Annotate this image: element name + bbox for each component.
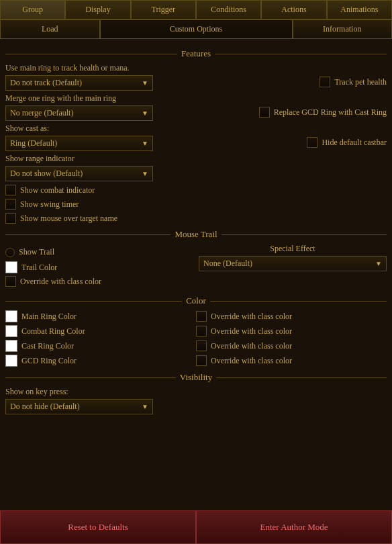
main-ring-color-right: Override with class color: [196, 311, 387, 322]
cast-ring-color-swatch[interactable]: [5, 340, 17, 352]
show-key-label: Show on key press:: [5, 387, 387, 397]
visibility-section: Show on key press: Do not hide (Default)…: [5, 387, 387, 414]
bottom-bar: Reset to Defaults Enter Author Mode: [0, 510, 392, 544]
show-range-dropdown[interactable]: Do not show (Default) ▼: [5, 166, 153, 181]
trail-right: Special Effect None (Default) ▼: [199, 244, 387, 271]
main-ring-override-label: Override with class color: [211, 312, 292, 322]
special-effect-dropdown-arrow: ▼: [375, 260, 382, 267]
show-mouse-checkbox[interactable]: [5, 213, 16, 224]
top-tab-bar: Group Display Trigger Conditions Actions…: [0, 0, 392, 19]
tab-group[interactable]: Group: [0, 0, 65, 19]
main-ring-color-row: Main Ring Color Override with class colo…: [5, 310, 387, 322]
trail-color-left: Trail Color: [5, 261, 193, 273]
tab-custom[interactable]: Custom Options: [100, 19, 293, 38]
combat-ring-color-label: Combat Ring Color: [21, 326, 85, 336]
trail-color-row: Trail Color: [5, 261, 193, 273]
show-combat-checkbox[interactable]: [5, 185, 16, 195]
replace-gcd-label: Replace GCD Ring with Cast Ring: [274, 107, 387, 118]
author-button[interactable]: Enter Author Mode: [196, 510, 392, 544]
gcd-ring-override-checkbox[interactable]: [196, 355, 207, 366]
combat-ring-color-right: Override with class color: [196, 326, 387, 336]
tab-display[interactable]: Display: [65, 0, 130, 19]
show-swing-checkbox[interactable]: [5, 199, 16, 210]
show-cast-dropdown-value: Ring (Default): [10, 138, 57, 148]
show-cast-label: Show cast as:: [5, 124, 387, 134]
show-cast-dropdown[interactable]: Ring (Default) ▼: [5, 136, 153, 151]
show-cast-row: Ring (Default) ▼ Hide default castbar: [5, 136, 387, 151]
replace-gcd-checkbox[interactable]: [259, 107, 270, 118]
merge-ring-dropdown-arrow: ▼: [142, 109, 148, 117]
merge-ring-dropdown-value: No merge (Default): [10, 108, 73, 118]
features-title: Features: [181, 48, 211, 59]
mouse-trail-header: Mouse Trail: [5, 229, 387, 240]
show-trail-row: Show Trail: [5, 247, 193, 257]
main-content: Features Use main ring to track health o…: [0, 39, 392, 502]
tab-conditions[interactable]: Conditions: [196, 0, 261, 19]
main-ring-override-checkbox[interactable]: [196, 311, 207, 322]
color-title: Color: [186, 296, 206, 306]
show-combat-label: Show combat indicator: [20, 185, 95, 195]
tab-load[interactable]: Load: [0, 19, 100, 38]
key-dropdown-value: Do not hide (Default): [10, 402, 80, 412]
show-swing-row: Show swing timer: [5, 199, 387, 210]
special-effect-dropdown[interactable]: None (Default) ▼: [199, 256, 387, 271]
replace-gcd-row: Replace GCD Ring with Cast Ring: [259, 107, 387, 118]
show-range-row: Do not show (Default) ▼: [5, 166, 387, 181]
main-ring-left: Do not track (Default) ▼: [5, 75, 315, 91]
cast-ring-color-row: Cast Ring Color Override with class colo…: [5, 340, 387, 352]
gcd-ring-color-right: Override with class color: [196, 355, 387, 366]
main-ring-color-left: Main Ring Color: [5, 310, 196, 322]
cast-ring-color-label: Cast Ring Color: [21, 341, 74, 351]
show-range-dropdown-arrow: ▼: [142, 170, 148, 177]
gcd-ring-override-label: Override with class color: [211, 356, 292, 366]
gcd-ring-color-row: GCD Ring Color Override with class color: [5, 355, 387, 367]
cast-ring-override-checkbox[interactable]: [196, 341, 207, 351]
merge-ring-dropdown[interactable]: No merge (Default) ▼: [5, 105, 153, 121]
merge-ring-left: No merge (Default) ▼: [5, 105, 255, 121]
show-combat-row: Show combat indicator: [5, 185, 387, 195]
key-dropdown[interactable]: Do not hide (Default) ▼: [5, 399, 153, 414]
combat-ring-color-swatch[interactable]: [5, 325, 17, 337]
show-swing-label: Show swing timer: [20, 199, 79, 210]
combat-ring-color-left: Combat Ring Color: [5, 325, 196, 337]
hide-castbar-checkbox[interactable]: [307, 137, 317, 148]
color-header: Color: [5, 296, 387, 306]
main-ring-dropdown[interactable]: Do not track (Default) ▼: [5, 75, 153, 91]
merge-ring-row: No merge (Default) ▼ Replace GCD Ring wi…: [5, 105, 387, 121]
trail-left: Show Trail Trail Color Override with cla…: [5, 244, 193, 290]
cast-ring-color-right: Override with class color: [196, 341, 387, 351]
visibility-title: Visibility: [180, 372, 212, 383]
second-tab-bar: Load Custom Options Information: [0, 19, 392, 39]
key-dropdown-row: Do not hide (Default) ▼: [5, 399, 387, 414]
gcd-ring-color-swatch[interactable]: [5, 355, 17, 367]
main-ring-color-swatch[interactable]: [5, 310, 17, 322]
gcd-ring-color-left: GCD Ring Color: [5, 355, 196, 367]
show-cast-dropdown-arrow: ▼: [142, 140, 148, 147]
tab-trigger[interactable]: Trigger: [131, 0, 196, 19]
override-trail-row: Override with class color: [5, 276, 193, 287]
tab-info[interactable]: Information: [293, 19, 393, 38]
tab-actions[interactable]: Actions: [261, 0, 326, 19]
main-ring-dropdown-value: Do not track (Default): [10, 78, 82, 88]
override-trail-checkbox[interactable]: [5, 276, 16, 287]
show-trail-radio[interactable]: [5, 248, 15, 257]
reset-button[interactable]: Reset to Defaults: [0, 510, 196, 544]
track-pet-checkbox[interactable]: [320, 77, 330, 87]
main-ring-label: Use main ring to track health or mana.: [5, 63, 387, 73]
show-cast-left: Ring (Default) ▼: [5, 136, 303, 151]
trail-color-swatch[interactable]: [5, 261, 17, 273]
features-header: Features: [5, 48, 387, 59]
key-dropdown-arrow: ▼: [142, 403, 148, 410]
combat-ring-override-checkbox[interactable]: [196, 326, 207, 336]
show-trail-label: Show Trail: [19, 247, 54, 257]
hide-castbar-label: Hide default castbar: [322, 138, 387, 148]
track-pet-label: Track pet health: [334, 77, 387, 87]
special-effect-dropdown-value: None (Default): [203, 259, 252, 269]
track-pet-row: Track pet health: [320, 77, 387, 87]
visibility-header: Visibility: [5, 372, 387, 383]
cast-ring-color-left: Cast Ring Color: [5, 340, 196, 352]
override-trail-label: Override with class color: [20, 277, 101, 287]
tab-animations[interactable]: Animations: [327, 0, 392, 19]
mouse-trail-title: Mouse Trail: [175, 229, 217, 240]
show-range-dropdown-value: Do not show (Default): [10, 169, 83, 179]
